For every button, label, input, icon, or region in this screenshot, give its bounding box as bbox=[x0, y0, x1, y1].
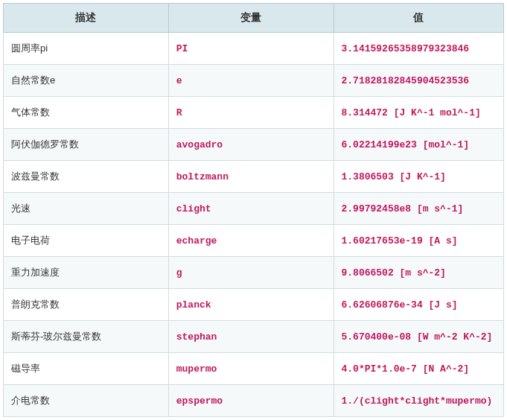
cell-value: 2.99792458e8 [m s^-1] bbox=[334, 193, 504, 225]
cell-value: 6.02214199e23 [mol^-1] bbox=[334, 129, 504, 161]
cell-variable: clight bbox=[168, 193, 334, 225]
cell-description: 重力加速度 bbox=[4, 257, 169, 289]
table-row: 介电常数epspermo1./(clight*clight*mupermo) bbox=[4, 385, 504, 417]
cell-variable: planck bbox=[168, 289, 334, 321]
cell-description: 阿伏伽德罗常数 bbox=[4, 129, 169, 161]
cell-value: 9.8066502 [m s^-2] bbox=[334, 257, 504, 289]
table-row: 气体常数R8.314472 [J K^-1 mol^-1] bbox=[4, 97, 504, 129]
constants-table: 描述 变量 值 圆周率piPI3.14159265358979323846自然常… bbox=[3, 3, 504, 417]
cell-description: 电子电荷 bbox=[4, 225, 169, 257]
cell-value: 3.14159265358979323846 bbox=[334, 33, 504, 65]
table-header-row: 描述 变量 值 bbox=[4, 4, 504, 33]
cell-value: 6.62606876e-34 [J s] bbox=[334, 289, 504, 321]
cell-description: 自然常数e bbox=[4, 65, 169, 97]
header-value: 值 bbox=[334, 4, 504, 33]
cell-description: 普朗克常数 bbox=[4, 289, 169, 321]
cell-variable: echarge bbox=[168, 225, 334, 257]
table-row: 自然常数ee2.71828182845904523536 bbox=[4, 65, 504, 97]
cell-variable: PI bbox=[168, 33, 334, 65]
cell-variable: g bbox=[168, 257, 334, 289]
cell-variable: R bbox=[168, 97, 334, 129]
cell-value: 1./(clight*clight*mupermo) bbox=[334, 385, 504, 417]
cell-variable: avogadro bbox=[168, 129, 334, 161]
cell-value: 2.71828182845904523536 bbox=[334, 65, 504, 97]
cell-description: 光速 bbox=[4, 193, 169, 225]
header-description: 描述 bbox=[4, 4, 169, 33]
table-row: 阿伏伽德罗常数avogadro6.02214199e23 [mol^-1] bbox=[4, 129, 504, 161]
cell-description: 斯蒂芬-玻尔兹曼常数 bbox=[4, 321, 169, 353]
cell-description: 波兹曼常数 bbox=[4, 161, 169, 193]
table-row: 磁导率mupermo4.0*PI*1.0e-7 [N A^-2] bbox=[4, 353, 504, 385]
cell-variable: boltzmann bbox=[168, 161, 334, 193]
cell-variable: e bbox=[168, 65, 334, 97]
table-row: 电子电荷echarge1.60217653e-19 [A s] bbox=[4, 225, 504, 257]
cell-value: 4.0*PI*1.0e-7 [N A^-2] bbox=[334, 353, 504, 385]
cell-description: 圆周率pi bbox=[4, 33, 169, 65]
table-row: 重力加速度g9.8066502 [m s^-2] bbox=[4, 257, 504, 289]
cell-description: 磁导率 bbox=[4, 353, 169, 385]
table-row: 斯蒂芬-玻尔兹曼常数stephan5.670400e-08 [W m^-2 K^… bbox=[4, 321, 504, 353]
table-row: 光速clight2.99792458e8 [m s^-1] bbox=[4, 193, 504, 225]
cell-value: 8.314472 [J K^-1 mol^-1] bbox=[334, 97, 504, 129]
cell-value: 5.670400e-08 [W m^-2 K^-2] bbox=[334, 321, 504, 353]
cell-variable: mupermo bbox=[168, 353, 334, 385]
cell-variable: epspermo bbox=[168, 385, 334, 417]
table-row: 普朗克常数planck6.62606876e-34 [J s] bbox=[4, 289, 504, 321]
cell-value: 1.60217653e-19 [A s] bbox=[334, 225, 504, 257]
table-body: 圆周率piPI3.14159265358979323846自然常数ee2.718… bbox=[4, 33, 504, 417]
header-variable: 变量 bbox=[168, 4, 334, 33]
table-row: 圆周率piPI3.14159265358979323846 bbox=[4, 33, 504, 65]
cell-description: 气体常数 bbox=[4, 97, 169, 129]
cell-variable: stephan bbox=[168, 321, 334, 353]
cell-value: 1.3806503 [J K^-1] bbox=[334, 161, 504, 193]
table-row: 波兹曼常数boltzmann1.3806503 [J K^-1] bbox=[4, 161, 504, 193]
cell-description: 介电常数 bbox=[4, 385, 169, 417]
